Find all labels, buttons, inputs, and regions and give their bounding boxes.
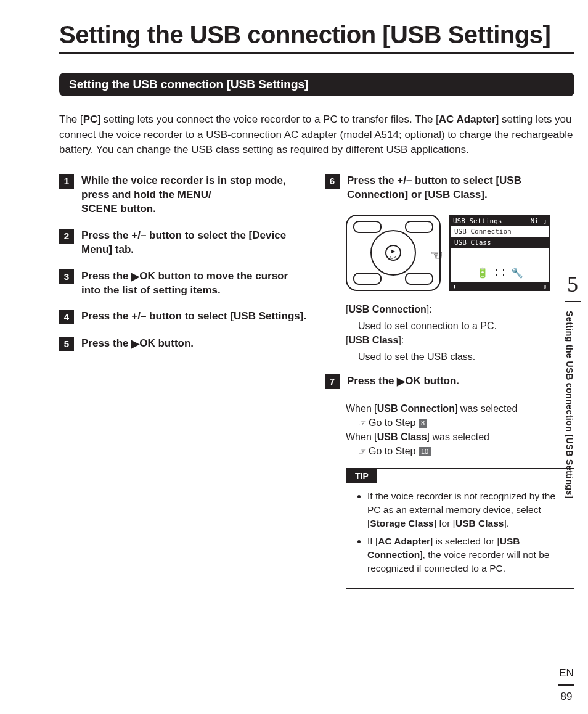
step-4: 4Press the +/– button to select [USB Set… <box>59 310 309 324</box>
pointer-icon: ☞ <box>358 445 366 458</box>
step7-branches: When [USB Connection] was selected ☞Go t… <box>346 401 574 459</box>
pointing-hand-icon: ☞ <box>430 247 443 264</box>
step-6: 6Press the +/– button to select [USB Con… <box>325 174 574 202</box>
step6-figures: ▶OK ☞ USB SettingsNi ▯ USB Connection US… <box>346 215 574 291</box>
page-title: Setting the USB connection [USB Settings… <box>59 21 574 49</box>
step-5: 5Press the ▶OK button. <box>59 337 309 351</box>
side-title: Setting the USB connection [USB Settings… <box>565 311 574 499</box>
side-tab: 5 Setting the USB connection [USB Settin… <box>565 271 581 499</box>
step-3: 3Press the ▶OK button to move the cursor… <box>59 269 309 298</box>
title-rule <box>59 52 574 54</box>
section-bar: Setting the USB connection [USB Settings… <box>59 73 574 96</box>
device-diagram: ▶OK ☞ <box>346 215 441 291</box>
step-ref-8: 8 <box>419 419 427 428</box>
language-code: EN <box>558 667 574 679</box>
intro-paragraph: The [PC] setting lets you connect the vo… <box>59 112 574 158</box>
step-1: 1While the voice recorder is in stop mod… <box>59 174 309 216</box>
left-column: 1While the voice recorder is in stop mod… <box>59 174 309 589</box>
pointer-icon: ☞ <box>358 416 366 430</box>
step-ref-10: 10 <box>419 447 431 456</box>
tip-box: TIP If the voice recorder is not recogni… <box>346 468 574 589</box>
ok-button-icon: ▶OK <box>385 245 401 261</box>
lcd-screenshot: USB SettingsNi ▯ USB Connection USB Clas… <box>449 215 550 291</box>
page-number: 89 <box>558 691 574 703</box>
right-column: 6Press the +/– button to select [USB Con… <box>325 174 574 589</box>
tip-label: TIP <box>346 469 377 483</box>
tip-item: If [AC Adapter] is selected for [USB Con… <box>367 535 563 575</box>
lcd-icons: 🔋 🖵 🔧 <box>451 267 549 279</box>
chapter-number: 5 <box>565 271 581 297</box>
step-2: 2Press the +/– button to select the [Dev… <box>59 229 309 257</box>
tip-item: If the voice recorder is not recognized … <box>367 490 563 530</box>
step6-description: [USB Connection]: Used to set connection… <box>346 302 574 364</box>
page-footer: EN 89 <box>558 667 574 703</box>
step-7: 7Press the ▶OK button. <box>325 374 574 389</box>
